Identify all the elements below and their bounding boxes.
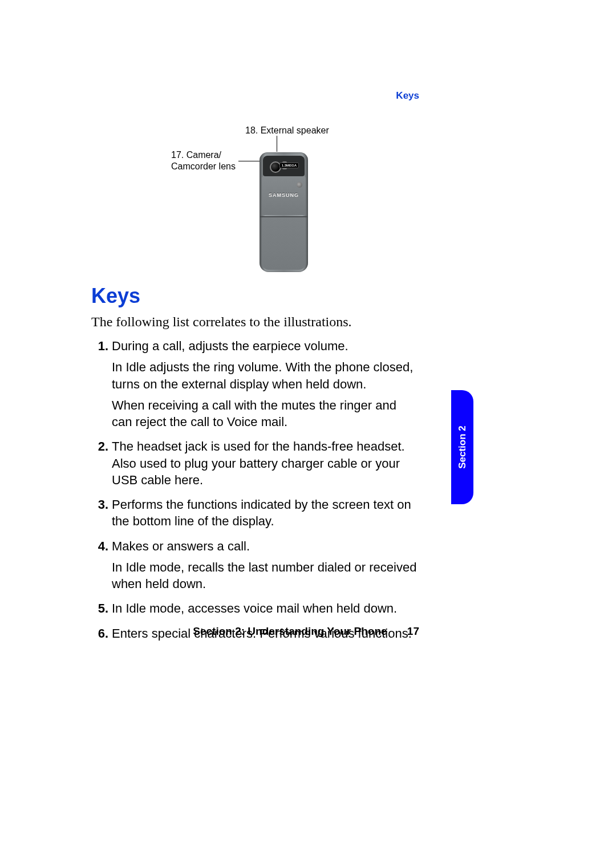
running-header: Keys — [396, 90, 419, 102]
keys-list: 1.During a call, adjusts the earpiece vo… — [91, 334, 419, 646]
intro-text: The following list correlates to the ill… — [91, 314, 352, 330]
list-item: 2.The headset jack is used for the hands… — [91, 438, 419, 493]
list-item-paragraph: Performs the functions indicated by the … — [112, 496, 419, 530]
list-item: 5.In Idle mode, accesses voice mail when… — [91, 600, 419, 621]
list-item-number: 3. — [91, 496, 112, 534]
list-item-text: During a call, adjusts the earpiece volu… — [112, 338, 419, 435]
phone-top-panel: 1.3MEGA — [263, 156, 305, 176]
page-footer: Section 2: Understanding Your Phone 17 — [91, 625, 419, 638]
brand-label: SAMSUNG — [260, 192, 308, 198]
list-item-number: 2. — [91, 438, 112, 493]
list-item-text: Performs the functions indicated by the … — [112, 496, 419, 534]
page-number: 17 — [407, 625, 419, 638]
phone-diagram: 18. External speaker 17. Camera/ Camcord… — [171, 125, 399, 279]
section-tab-label: Section 2 — [457, 426, 468, 469]
list-item-paragraph: In Idle mode, recalls the last number di… — [112, 559, 419, 593]
leader-line-18 — [277, 136, 277, 152]
list-item: 1.During a call, adjusts the earpiece vo… — [91, 338, 419, 435]
list-item-text: Makes or answers a call.In Idle mode, re… — [112, 538, 419, 597]
label-camera-lens: 17. Camera/ Camcorder lens — [171, 149, 236, 172]
phone-lower-panel — [262, 217, 306, 270]
section-heading: Keys — [91, 284, 140, 308]
manual-page: Keys 18. External speaker 17. Camera/ Ca… — [0, 0, 616, 851]
phone-body: 1.3MEGA SAMSUNG — [260, 152, 308, 272]
list-item-paragraph: In Idle mode, accesses voice mail when h… — [112, 600, 419, 617]
screw-icon — [297, 182, 302, 188]
list-item-text: The headset jack is used for the hands-f… — [112, 438, 419, 493]
list-item-paragraph: The headset jack is used for the hands-f… — [112, 438, 419, 488]
leader-line-17 — [238, 161, 262, 161]
section-tab: Section 2 — [451, 390, 473, 504]
footer-section-title: Section 2: Understanding Your Phone — [193, 625, 387, 637]
phone-illustration: 1.3MEGA SAMSUNG — [260, 152, 308, 272]
megapixel-badge: 1.3MEGA — [279, 163, 299, 168]
label-external-speaker: 18. External speaker — [245, 125, 329, 136]
list-item-paragraph: During a call, adjusts the earpiece volu… — [112, 338, 419, 354]
list-item-paragraph: In Idle adjusts the ring volume. With th… — [112, 359, 419, 392]
list-item-paragraph: When receiving a call with the mutes the… — [112, 397, 419, 431]
list-item-text: In Idle mode, accesses voice mail when h… — [112, 600, 419, 621]
list-item-number: 1. — [91, 338, 112, 435]
list-item-number: 5. — [91, 600, 112, 621]
list-item-number: 4. — [91, 538, 112, 597]
list-item: 3.Performs the functions indicated by th… — [91, 496, 419, 534]
list-item: 4.Makes or answers a call.In Idle mode, … — [91, 538, 419, 597]
list-item-paragraph: Makes or answers a call. — [112, 538, 419, 554]
